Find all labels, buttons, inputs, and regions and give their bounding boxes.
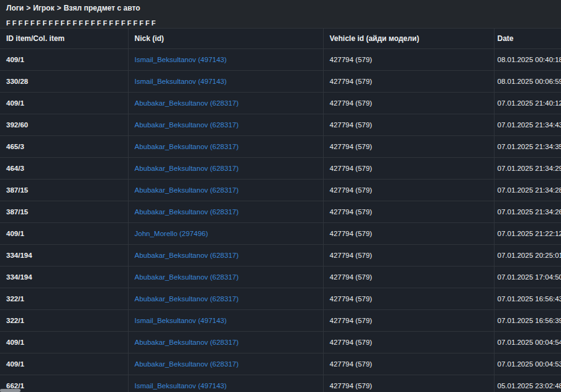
filter-letter[interactable]: F [91, 19, 95, 27]
cell-nick: Abubakar_Beksultanov (628317) [128, 136, 323, 158]
table-row: 334/194 Abubakar_Beksultanov (628317) 42… [0, 267, 561, 288]
filter-letter[interactable]: F [133, 19, 137, 27]
breadcrumb-item-player[interactable]: Игрок [33, 4, 54, 12]
filter-letter[interactable]: F [97, 19, 101, 27]
player-link[interactable]: Ismail_Beksultanov (497143) [135, 56, 227, 63]
cell-nick: Ismail_Beksultanov (497143) [128, 310, 323, 332]
filter-letter[interactable]: F [109, 19, 113, 27]
filter-letter[interactable]: F [30, 19, 35, 27]
cell-nick: John_Morello (297496) [128, 223, 323, 245]
breadcrumb: Логи>Игрок>Взял предмет с авто [0, 0, 561, 15]
filter-letter[interactable]: F [66, 19, 71, 27]
cell-date: 07.01.2025 17:04:50 [494, 267, 561, 288]
table-row: 387/15 Abubakar_Beksultanov (628317) 427… [0, 201, 561, 223]
filter-letter[interactable]: F [37, 19, 41, 27]
filter-letter-row: FFFFFFFFFFFFFFFFFFFFFFFFF [0, 15, 561, 28]
cell-date: 07.01.2025 21:34:43 [494, 114, 561, 136]
player-link[interactable]: Abubakar_Beksultanov (628317) [135, 295, 239, 303]
table-row: 334/194 Abubakar_Beksultanov (628317) 42… [0, 245, 561, 267]
player-link[interactable]: Ismail_Beksultanov (497143) [135, 78, 227, 85]
filter-letter[interactable]: F [85, 19, 89, 27]
breadcrumb-separator: > [57, 4, 61, 12]
cell-id-item: 334/194 [0, 245, 128, 267]
cell-date: 07.01.2025 16:56:43 [494, 288, 561, 310]
cell-id-item: 409/1 [0, 332, 128, 353]
filter-letter[interactable]: F [152, 19, 156, 27]
player-link[interactable]: Abubakar_Beksultanov (628317) [135, 208, 239, 216]
filter-letter[interactable]: F [73, 19, 77, 27]
cell-nick: Ismail_Beksultanov (497143) [128, 49, 323, 71]
player-link[interactable]: Abubakar_Beksultanov (628317) [135, 99, 239, 107]
cell-nick: Ismail_Beksultanov (497143) [128, 375, 323, 392]
table-row: 464/3 Abubakar_Beksultanov (628317) 4277… [0, 158, 561, 180]
player-link[interactable]: Ismail_Beksultanov (497143) [135, 382, 227, 390]
cell-nick: Abubakar_Beksultanov (628317) [128, 353, 323, 375]
cell-nick: Abubakar_Beksultanov (628317) [128, 332, 323, 353]
filter-letter[interactable]: F [12, 19, 17, 27]
filter-letter[interactable]: F [24, 19, 29, 27]
cell-date: 07.01.2025 21:40:12 [494, 93, 561, 114]
cell-nick: Abubakar_Beksultanov (628317) [128, 114, 323, 136]
filter-letter[interactable]: F [6, 19, 11, 27]
log-table: ID item/Col. item Nick (id) Vehicle id (… [0, 28, 561, 392]
player-link[interactable]: Ismail_Beksultanov (497143) [135, 317, 227, 324]
cell-vehicle-id: 427794 (579) [323, 93, 494, 114]
filter-letter[interactable]: F [42, 19, 47, 27]
cell-id-item: 409/1 [0, 353, 128, 375]
player-link[interactable]: Abubakar_Beksultanov (628317) [135, 165, 239, 172]
filter-letter[interactable]: F [18, 19, 22, 27]
player-link[interactable]: Abubakar_Beksultanov (628317) [135, 121, 239, 129]
table-header-row: ID item/Col. item Nick (id) Vehicle id (… [0, 29, 561, 49]
table-row: 387/15 Abubakar_Beksultanov (628317) 427… [0, 180, 561, 201]
filter-letter[interactable]: F [103, 19, 107, 27]
cell-date: 07.01.2025 00:04:53 [494, 353, 561, 375]
filter-letter[interactable]: F [115, 19, 119, 27]
player-link[interactable]: Abubakar_Beksultanov (628317) [135, 186, 239, 194]
breadcrumb-item-took-item-from-car[interactable]: Взял предмет с авто [63, 4, 140, 12]
table-row: 465/3 Abubakar_Beksultanov (628317) 4277… [0, 136, 561, 158]
player-link[interactable]: Abubakar_Beksultanov (628317) [135, 339, 239, 346]
cell-date: 08.01.2025 00:06:59 [494, 71, 561, 93]
filter-letter[interactable]: F [121, 19, 125, 27]
player-link[interactable]: Abubakar_Beksultanov (628317) [135, 273, 239, 281]
player-link[interactable]: Abubakar_Beksultanov (628317) [135, 143, 239, 150]
column-header-vehicle-id: Vehicle id (айди модели) [323, 29, 494, 49]
cell-vehicle-id: 427794 (579) [323, 375, 494, 392]
filter-letter[interactable]: F [79, 19, 83, 27]
cell-id-item: 465/3 [0, 136, 128, 158]
cell-id-item: 322/1 [0, 310, 128, 332]
filter-letter[interactable]: F [139, 19, 144, 27]
cell-id-item: 409/1 [0, 223, 128, 245]
cell-vehicle-id: 427794 (579) [323, 310, 494, 332]
player-link[interactable]: Abubakar_Beksultanov (628317) [135, 252, 239, 259]
player-link[interactable]: John_Morello (297496) [135, 230, 208, 237]
cell-vehicle-id: 427794 (579) [323, 71, 494, 93]
cell-id-item: 409/1 [0, 49, 128, 71]
table-row: 409/1 Ismail_Beksultanov (497143) 427794… [0, 49, 561, 71]
breadcrumb-item-logs[interactable]: Логи [6, 4, 24, 12]
cell-id-item: 392/60 [0, 114, 128, 136]
cell-id-item: 387/15 [0, 180, 128, 201]
filter-letter[interactable]: F [61, 19, 65, 27]
table-row: 409/1 Abubakar_Beksultanov (628317) 4277… [0, 353, 561, 375]
cell-id-item: 330/28 [0, 71, 128, 93]
breadcrumb-separator: > [26, 4, 30, 12]
cell-vehicle-id: 427794 (579) [323, 180, 494, 201]
table-row: 409/1 John_Morello (297496) 427794 (579)… [0, 223, 561, 245]
player-link[interactable]: Abubakar_Beksultanov (628317) [135, 360, 239, 368]
filter-letter[interactable]: F [48, 19, 53, 27]
filter-letter[interactable]: F [127, 19, 132, 27]
cell-id-item: 334/194 [0, 267, 128, 288]
filter-letter[interactable]: F [55, 19, 59, 27]
cell-date: 07.01.2025 21:34:35 [494, 136, 561, 158]
horizontal-scrollbar-thumb[interactable] [0, 389, 21, 392]
cell-vehicle-id: 427794 (579) [323, 223, 494, 245]
cell-date: 07.01.2025 00:04:54 [494, 332, 561, 353]
table-row: 330/28 Ismail_Beksultanov (497143) 42779… [0, 71, 561, 93]
cell-vehicle-id: 427794 (579) [323, 49, 494, 71]
column-header-id-item: ID item/Col. item [0, 29, 128, 49]
cell-date: 07.01.2025 16:56:39 [494, 310, 561, 332]
filter-letter[interactable]: F [145, 19, 150, 27]
cell-vehicle-id: 427794 (579) [323, 245, 494, 267]
cell-id-item: 387/15 [0, 201, 128, 223]
